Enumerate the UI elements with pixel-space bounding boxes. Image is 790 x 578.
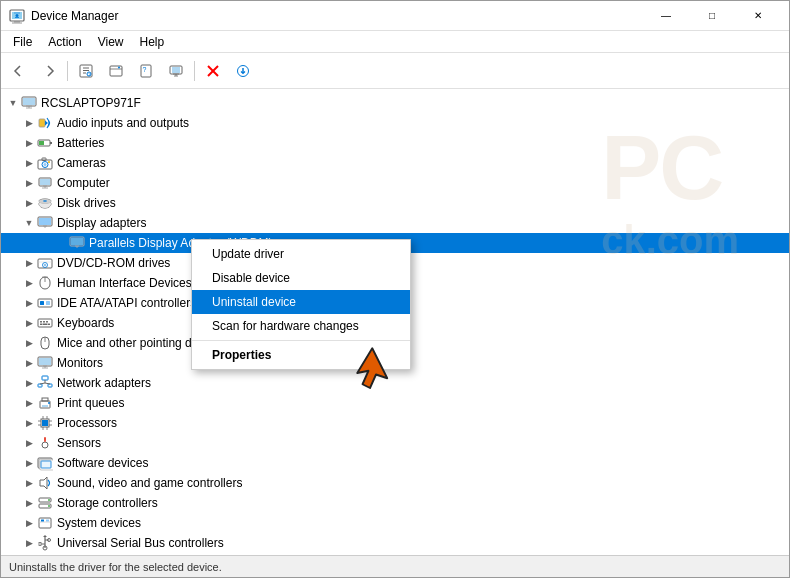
svg-rect-85 (38, 384, 42, 387)
system-expand[interactable]: ▶ (21, 515, 37, 531)
tree-item-sensors[interactable]: ▶ Sensors (1, 433, 789, 453)
batteries-expand[interactable]: ▶ (21, 135, 37, 151)
audio-icon (37, 115, 53, 131)
tree-item-diskdrives[interactable]: ▶ Disk drives (1, 193, 789, 213)
display-icon (37, 215, 53, 231)
usb-expand[interactable]: ▶ (21, 535, 37, 551)
softwaredevices-label: Software devices (57, 456, 148, 470)
svg-marker-121 (43, 535, 47, 537)
network-expand[interactable]: ▶ (21, 375, 37, 391)
display-expand[interactable]: ▼ (21, 215, 37, 231)
svg-rect-57 (71, 238, 83, 245)
dvd-expand[interactable]: ▶ (21, 255, 37, 271)
tree-item-systemdevices[interactable]: ▶ System devices (1, 513, 789, 533)
svg-rect-40 (42, 158, 46, 161)
storage-expand[interactable]: ▶ (21, 495, 37, 511)
context-scan-hardware[interactable]: Scan for hardware changes (192, 314, 410, 338)
tree-item-displayadapters[interactable]: ▼ Display adapters (1, 213, 789, 233)
tree-item-processors[interactable]: ▶ Processors (1, 413, 789, 433)
tree-item-soundvideo[interactable]: ▶ Sound, video and game controllers (1, 473, 789, 493)
sensor-icon (37, 435, 53, 451)
tree-item-storage[interactable]: ▶ Storage controllers (1, 493, 789, 513)
svg-rect-75 (43, 324, 48, 326)
maximize-button[interactable]: □ (689, 1, 735, 31)
tree-item-audio[interactable]: ▶ Audio inputs and outputs (1, 113, 789, 133)
toolbar-forward[interactable] (35, 57, 63, 85)
toolbar-properties[interactable]: ? (72, 57, 100, 85)
hid-expand[interactable]: ▶ (21, 275, 37, 291)
minimize-button[interactable]: — (643, 1, 689, 31)
svg-rect-74 (40, 324, 42, 326)
context-menu: Update driver Disable device Uninstall d… (191, 239, 411, 370)
svg-rect-43 (40, 179, 50, 185)
context-properties[interactable]: Properties (192, 343, 410, 367)
menu-view[interactable]: View (90, 33, 132, 51)
hid-icon (37, 275, 53, 291)
main-content: PC ck.com ▼ RCSLAPTOP971F (1, 89, 789, 555)
mice-expand[interactable]: ▶ (21, 335, 37, 351)
cameras-label: Cameras (57, 156, 106, 170)
display-device-icon (69, 235, 85, 251)
sensors-expand[interactable]: ▶ (21, 435, 37, 451)
toolbar-delete[interactable] (199, 57, 227, 85)
diskdrives-expand[interactable]: ▶ (21, 195, 37, 211)
svg-rect-19 (172, 67, 180, 73)
tree-item-softwaredevices[interactable]: ▶ Software devices (1, 453, 789, 473)
usb-label: Universal Serial Bus controllers (57, 536, 224, 550)
toolbar-update[interactable]: ? (132, 57, 160, 85)
keyboards-expand[interactable]: ▶ (21, 315, 37, 331)
svg-line-88 (40, 383, 45, 384)
app-icon (9, 8, 25, 24)
print-expand[interactable]: ▶ (21, 395, 37, 411)
toolbar-download[interactable] (229, 57, 257, 85)
status-text: Uninstalls the driver for the selected d… (9, 561, 222, 573)
ide-label: IDE ATA/ATAPI controllers (57, 296, 196, 310)
monitors-expand[interactable]: ▶ (21, 355, 37, 371)
menu-file[interactable]: File (5, 33, 40, 51)
processors-expand[interactable]: ▶ (21, 415, 37, 431)
toolbar-back[interactable] (5, 57, 33, 85)
toolbar-sep1 (67, 61, 68, 81)
soundvideo-expand[interactable]: ▶ (21, 475, 37, 491)
svg-rect-86 (48, 384, 52, 387)
tree-item-printqueues[interactable]: ▶ Print queues (1, 393, 789, 413)
context-uninstall-device[interactable]: Uninstall device (192, 290, 410, 314)
toolbar-scan[interactable] (102, 57, 130, 85)
tree-item-batteries[interactable]: ▶ Batteries (1, 133, 789, 153)
title-bar: Device Manager — □ ✕ (1, 1, 789, 31)
audio-label: Audio inputs and outputs (57, 116, 189, 130)
tree-item-network[interactable]: ▶ Network adapters (1, 373, 789, 393)
close-button[interactable]: ✕ (735, 1, 781, 31)
svg-rect-13 (110, 66, 122, 76)
menu-action[interactable]: Action (40, 33, 89, 51)
svg-rect-35 (50, 142, 52, 144)
tree-item-computer[interactable]: ▶ Computer (1, 173, 789, 193)
svg-point-63 (44, 264, 46, 266)
svg-marker-33 (45, 121, 48, 126)
toolbar-screen[interactable] (162, 57, 190, 85)
tree-item-usb[interactable]: ▶ Universal Serial Bus controllers (1, 533, 789, 553)
tree-root[interactable]: ▼ RCSLAPTOP971F (1, 93, 789, 113)
processors-label: Processors (57, 416, 117, 430)
cameras-expand[interactable]: ▶ (21, 155, 37, 171)
tree-item-cameras[interactable]: ▶ Cameras (1, 153, 789, 173)
svg-rect-32 (39, 119, 45, 127)
svg-rect-116 (39, 518, 51, 528)
svg-rect-118 (41, 520, 44, 522)
status-bar: Uninstalls the driver for the selected d… (1, 555, 789, 577)
audio-expand[interactable]: ▶ (21, 115, 37, 131)
svg-rect-71 (40, 321, 42, 323)
software-expand[interactable]: ▶ (21, 455, 37, 471)
processor-icon (37, 415, 53, 431)
context-disable-device[interactable]: Disable device (192, 266, 410, 290)
batteries-label: Batteries (57, 136, 104, 150)
context-update-driver[interactable]: Update driver (192, 242, 410, 266)
svg-rect-3 (12, 22, 22, 23)
root-expand[interactable]: ▼ (5, 95, 21, 111)
svg-rect-70 (38, 319, 52, 327)
svg-rect-41 (48, 161, 50, 163)
ide-expand[interactable]: ▶ (21, 295, 37, 311)
computer-expand[interactable]: ▶ (21, 175, 37, 191)
usb-icon (37, 535, 53, 551)
menu-help[interactable]: Help (132, 33, 173, 51)
